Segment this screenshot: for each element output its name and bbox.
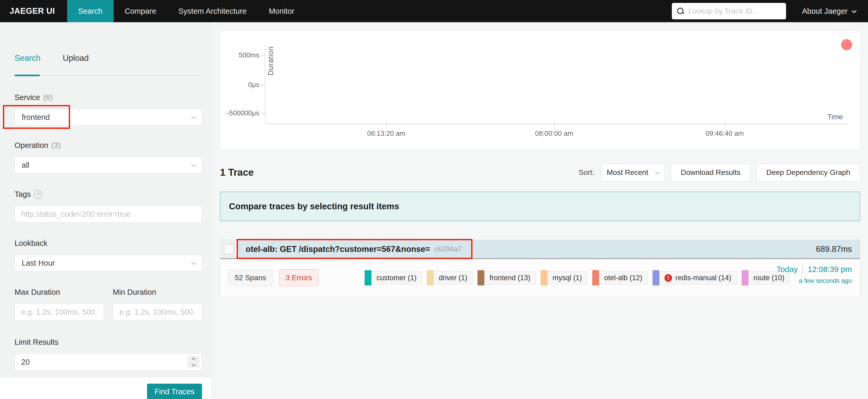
chevron-down-icon: [191, 260, 196, 265]
service-color-swatch: [541, 270, 548, 285]
sidebar-tabs: Search Upload: [14, 53, 202, 63]
trace-id: c6294a7: [434, 245, 462, 253]
service-chip-label: customer (1): [376, 274, 417, 282]
chevron-down-icon: [191, 363, 196, 367]
download-results-button[interactable]: Download Results: [671, 164, 750, 181]
operation-label-text: Operation: [14, 141, 48, 150]
lookback-select[interactable]: Last Hour: [14, 255, 202, 272]
service-count: (6): [43, 93, 53, 102]
search-icon: [677, 7, 684, 15]
trace-result-header[interactable]: otel-alb: GET /dispatch?customer=567&non…: [220, 240, 860, 259]
service-chip-list: customer (1) driver (1) frontend (13) my…: [365, 270, 790, 285]
max-duration-label: Max Duration: [14, 288, 104, 296]
service-color-swatch: [742, 270, 748, 285]
nav-tab-search[interactable]: Search: [67, 0, 114, 22]
sort-select-value: Most Recent: [607, 168, 648, 177]
timestamp-divider: [802, 265, 803, 274]
trace-compare-checkbox[interactable]: [224, 245, 234, 254]
y-tick-label: 500ms: [220, 51, 259, 59]
trace-checkbox-cell: [220, 240, 237, 258]
service-label: Service (6): [14, 93, 202, 102]
service-color-swatch: [592, 270, 599, 285]
about-jaeger-label: About Jaeger: [802, 7, 848, 16]
x-tick-label: 06:13:20 am: [354, 130, 418, 138]
limit-results-label: Limit Results: [14, 338, 202, 347]
top-navbar: JAEGER UI Search Compare System Architec…: [0, 0, 868, 22]
search-sidebar: Search Upload Service (6) frontend Opera…: [0, 22, 211, 377]
tab-upload[interactable]: Upload: [63, 53, 89, 63]
lookback-label: Lookback: [14, 239, 202, 248]
deep-dependency-graph-button[interactable]: Deep Dependency Graph: [756, 164, 860, 181]
max-duration-input[interactable]: [14, 304, 104, 320]
operation-label: Operation (3): [14, 141, 202, 150]
x-axis-title: Time: [827, 113, 843, 121]
trace-date: Today: [777, 265, 798, 274]
min-duration-input[interactable]: [113, 304, 202, 320]
service-chip-mysql: mysql (1): [541, 270, 587, 285]
service-chip-driver: driver (1): [427, 270, 473, 285]
trace-count: 1 Trace: [220, 167, 254, 178]
min-duration-label: Min Duration: [113, 288, 202, 296]
lookback-select-value: Last Hour: [22, 259, 55, 267]
service-chip-redis-manual: ! redis-manual (14): [653, 270, 737, 285]
trace-id-search-input[interactable]: [688, 7, 781, 16]
service-select-value: frontend: [22, 113, 50, 122]
service-chip-frontend: frontend (13): [477, 270, 536, 285]
y-tick-mark: [261, 113, 265, 114]
trace-title[interactable]: otel-alb: GET /dispatch?customer=567&non…: [246, 245, 430, 254]
service-chip-label: otel-alb (12): [604, 274, 642, 282]
chevron-down-icon: [655, 170, 660, 174]
service-chip-label: driver (1): [439, 274, 467, 282]
results-header: 1 Trace Sort: Most Recent Download Resul…: [220, 159, 860, 186]
min-duration-label-text: Min Duration: [113, 288, 156, 296]
find-traces-button[interactable]: Find Traces: [147, 384, 202, 399]
service-color-swatch: [477, 270, 484, 285]
error-count-badge: 3 Errors: [279, 269, 319, 286]
chevron-down-icon: [191, 114, 196, 119]
span-count-badge: 52 Spans: [228, 269, 273, 286]
service-chip-customer: customer (1): [365, 270, 422, 285]
app-logo: JAEGER UI: [0, 6, 67, 16]
chevron-down-icon: [851, 8, 856, 13]
service-color-swatch: [427, 270, 434, 285]
number-stepper[interactable]: [187, 356, 199, 368]
duration-scatter-plot: 500ms 0μs -500000μs Duration 06:13:20 am…: [220, 31, 860, 150]
trace-relative-time: a few seconds ago: [799, 277, 852, 284]
x-tick-label: 08:00:00 am: [522, 130, 586, 138]
service-chip-label: frontend (13): [489, 274, 530, 282]
nav-tab-compare[interactable]: Compare: [114, 0, 167, 22]
x-tick-label: 09:46:40 am: [693, 130, 756, 138]
tags-input[interactable]: [14, 206, 202, 223]
operation-select[interactable]: all: [14, 156, 202, 174]
tags-label-text: Tags: [14, 190, 31, 199]
trace-result-body: 52 Spans 3 Errors customer (1) driver (1…: [220, 259, 860, 296]
tab-search[interactable]: Search: [14, 53, 40, 63]
trace-id-search-box[interactable]: [672, 3, 786, 19]
x-axis-line: [265, 123, 848, 124]
service-chip-otel-alb: otel-alb (12): [592, 270, 648, 285]
y-axis-title: Duration: [267, 46, 275, 76]
lookback-label-text: Lookback: [14, 239, 47, 248]
service-select[interactable]: frontend: [14, 109, 202, 126]
tags-label: Tags ?: [14, 190, 202, 199]
sort-select[interactable]: Most Recent: [601, 164, 665, 181]
main-area: 500ms 0μs -500000μs Duration 06:13:20 am…: [211, 22, 868, 399]
y-tick-mark: [261, 55, 265, 56]
trace-result-card: otel-alb: GET /dispatch?customer=567&non…: [220, 240, 860, 297]
help-icon[interactable]: ?: [34, 190, 42, 199]
x-tick-mark: [554, 119, 555, 129]
limit-results-input[interactable]: [14, 353, 202, 370]
y-axis-line: [265, 45, 266, 124]
trace-title-area: otel-alb: GET /dispatch?customer=567&non…: [237, 240, 860, 258]
trace-duration: 689.87ms: [816, 245, 852, 254]
service-color-swatch: [653, 270, 659, 285]
error-icon: !: [664, 274, 672, 282]
compare-banner-text: Compare traces by selecting result items: [229, 201, 399, 211]
about-jaeger-menu[interactable]: About Jaeger: [802, 7, 855, 16]
nav-tab-system-architecture[interactable]: System Architecture: [167, 0, 258, 22]
trace-scatter-point[interactable]: [841, 39, 852, 50]
nav-tab-monitor[interactable]: Monitor: [258, 0, 306, 22]
tab-divider: [14, 75, 202, 76]
chevron-up-icon: [191, 358, 196, 362]
y-tick-label: -500000μs: [220, 109, 259, 117]
